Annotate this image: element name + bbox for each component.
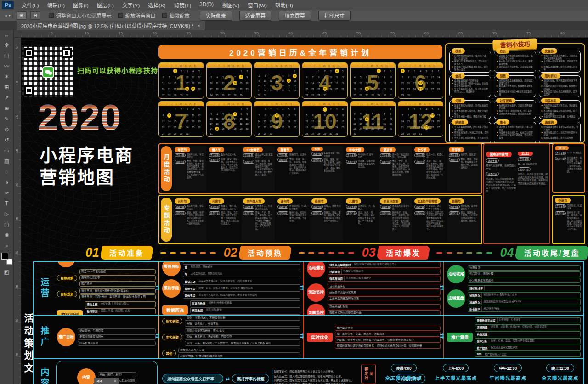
tool-button[interactable]: ✶ [1,71,12,82]
tool-button[interactable]: ⌕ [1,240,12,251]
tool-button[interactable]: ✑ [1,187,12,198]
lane-promotion: 推广 推广目标活动曝光，引流获客老客唤醒与复购转化打造私域流量池 新客获取裂变：… [34,316,583,359]
menu-item[interactable]: 滤镜(T) [170,0,196,10]
day-cell: 16 [406,81,412,85]
day-cell: 6 [226,112,232,116]
theme-tag: 活动主题 [449,153,460,157]
mindmap-node: 目标规划 [57,262,156,267]
mindmap-label: 老客获取 [162,334,182,340]
zoom-in-button[interactable]: ⊕ [17,11,27,20]
day-cell: 15 [262,119,268,124]
options-checkbox[interactable]: 细微缩放 [162,12,190,19]
tool-options-zoom[interactable]: ⌕ ▾ [3,12,13,19]
quick-mask-button[interactable]: ◩ [1,266,12,277]
menu-item[interactable]: 3D(D) [195,0,218,10]
day-cell: 9 [178,75,184,79]
tool-button[interactable]: ✥ [1,40,12,50]
options-checkbox[interactable]: 缩放所有窗口 [118,12,156,19]
tool-button[interactable]: 〰 [1,61,12,71]
day-cell: 25 [215,127,219,131]
tool-button[interactable]: ↺ [1,135,12,145]
options-button[interactable]: 实际像素 [200,11,232,21]
day-cell: 21 [166,125,172,130]
day-cell: 28 [232,93,238,97]
tool-button[interactable]: ⊞ [1,82,12,92]
menu-item[interactable]: 文件(F) [17,0,43,10]
day-cell: 31 [184,131,190,136]
close-icon[interactable]: ✕ [113,379,117,383]
tip-bullet: 个人号朋友圈同步晒单，扩大曝光引流 [452,137,489,142]
tool-button[interactable]: ▭ [1,145,12,156]
tool-button[interactable]: ◑ [1,177,12,187]
options-button[interactable]: 填充屏幕 [279,11,311,21]
collapse-icon[interactable]: ◀◀ [96,379,102,383]
mindmap-row: 其他手段朋友圈个人号种草，KOL内容铺垫，老客专属预热福利 [183,293,300,299]
day-cell: 27 [160,93,166,97]
tool-button[interactable]: ▷ [1,209,12,219]
tool-button[interactable]: ✺ [1,230,12,240]
day-cell: 2 [178,107,184,112]
tool-button[interactable]: ◌ [1,166,12,177]
zoom-out-button[interactable]: ⊖ [30,11,40,20]
tool-button[interactable]: ▢ [1,219,12,230]
menu-item[interactable]: 选择(S) [144,0,170,10]
day-cell: 21 [400,125,406,130]
tool-button[interactable]: ▨ [1,156,12,166]
tool-button[interactable]: ↗ [1,92,12,103]
wechat-icon [42,66,54,78]
menu-item[interactable]: 文字(Y) [118,0,144,10]
industry-text: 食品、服饰礼盒、生鲜等，主打感恩回馈可发放红包、返现券、感恩礼。 [461,211,479,222]
tool-button[interactable]: T [1,198,12,209]
tip-label: 会员 [452,73,465,79]
foreground-color-swatch[interactable] [1,253,8,260]
color-swatches[interactable] [1,253,12,265]
tip-label: 问答有礼 [541,98,560,103]
ruler-number: 50 [356,30,390,37]
day-cell: 8 [316,75,322,79]
day-cell: 16 [322,81,328,85]
mindmap-label: 活动监控 [307,283,325,302]
mindmap-row: 新老客户占比/客单/特征 [468,306,581,312]
palette-grip-icon[interactable]: ▸▸ [5,34,8,38]
tool-button[interactable]: ⊙ [1,124,12,135]
day-cell: 7 [232,75,238,79]
tab-close-icon[interactable]: × [197,23,200,28]
day-cell: 23 [178,87,184,91]
ruler-number: 20 [153,30,187,37]
day-cell: 1 [388,107,394,112]
day-cell: 30 [178,131,184,136]
menu-item[interactable]: 帮助(H) [271,0,297,10]
menu-item[interactable]: 编辑(E) [43,0,69,10]
options-button[interactable]: 适合屏幕 [239,11,271,21]
tool-button[interactable]: ⬚ [1,50,12,61]
festival-badge: 元宵节 [209,198,225,204]
options-checkbox[interactable]: 调整窗口大小以满屏显示 [49,12,112,19]
options-button[interactable]: 打印尺寸 [318,11,351,21]
day-cell: 7 [400,113,406,118]
menu-item[interactable]: 图像(I) [69,0,93,10]
day-cell: 15 [172,81,178,85]
tool-button[interactable]: ⊕ [1,103,12,113]
theme-text: 新年新气象，全年好运来 [187,205,204,210]
day-cell: 1 [172,107,178,112]
day-cell: 9 [328,113,334,118]
tip-label: 预售 [496,73,509,79]
menu-item[interactable]: 视图(V) [218,0,243,10]
calendar-month: 一 二 三 四 五 六 日 12 12345678910111213141516… [398,101,443,137]
menu-item[interactable]: 窗口(W) [243,0,271,10]
menu-item[interactable]: 图层(L) [93,0,118,10]
ruler-number: 0 [14,47,21,81]
calendar-month: 一 二 三 四 五 六 日 2 123456789101112131415161… [206,62,252,99]
day-cell: 11 [352,81,358,85]
document-tab[interactable]: 2020小程序电商营销地图.jpg @ 12.5% (扫码可以获得小程序扶持, … [17,21,205,30]
tip-card: 预售 分阶段预售定金膨胀玩法，提前锁定销量与库存新品通过预售测款，根据数据调整备… [494,75,536,97]
day-cell: 29 [172,131,178,136]
mindmap-row: 商品数据浏览/加购/转化 [190,307,300,313]
day-cell: 1 [292,69,298,73]
document-canvas[interactable]: 扫码可以获得小程序扶持 2020 小程序电商 营销地图 2020营销日历&全年营… [21,38,588,384]
tool-button[interactable]: ✎ [1,113,12,124]
festival-column: 踏青节 活动主题阳春四月，出游季 适用行业食品、美妆、服饰、旅游等，加量发掘用户… [276,146,309,191]
collapsed-panel-strip[interactable]: ◀◀ ✕ [94,378,119,384]
mindmap-node: 实时优化推广渠道优化推广素材优化：文案、商品图、活动海报活动推广侧重点优化：结合… [307,326,441,349]
day-cell: 15 [322,119,328,124]
